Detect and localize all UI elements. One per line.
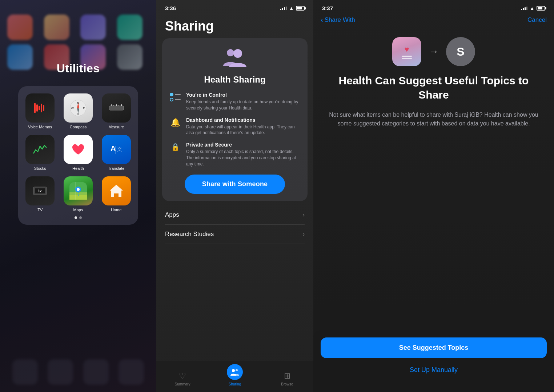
app-item-translate[interactable]: A 文 Translate <box>100 135 132 171</box>
tab-sharing[interactable]: Sharing <box>224 364 246 386</box>
feature-private-title: Private and Secure <box>186 142 300 148</box>
app-item-stocks[interactable]: Stocks <box>24 135 56 171</box>
svg-text:W: W <box>71 107 74 110</box>
panel3-main-title: Health Can Suggest Useful Topics to Shar… <box>313 73 554 102</box>
cancel-button[interactable]: Cancel <box>527 16 547 24</box>
dock-icon-2 <box>48 359 73 385</box>
feature-private-desc: Only a summary of each topic is shared, … <box>186 149 300 167</box>
svg-rect-12 <box>109 106 124 110</box>
bar1-3 <box>521 9 522 10</box>
translate-icon: A 文 <box>102 135 131 164</box>
bar1 <box>280 9 281 10</box>
dot-2 <box>79 216 82 219</box>
features-list: You're in Control Keep friends and famil… <box>169 92 300 167</box>
bell-icon: 🔔 <box>169 117 181 127</box>
health-sharing-card: Health Sharing <box>162 38 308 201</box>
arrow-right-icon: → <box>429 46 439 57</box>
svg-text:A: A <box>111 144 116 152</box>
bar3 <box>284 7 285 10</box>
signal-icon <box>280 7 287 10</box>
measure-label: Measure <box>108 125 124 129</box>
list-item-apps[interactable]: Apps › <box>165 205 305 225</box>
svg-point-32 <box>233 49 242 58</box>
feature-dashboard-title: Dashboard and Notifications <box>186 117 300 123</box>
tab-summary[interactable]: ♡ Summary <box>172 371 193 386</box>
home-label: Home <box>111 208 121 212</box>
bar3-3 <box>525 7 526 10</box>
app-item-compass[interactable]: N S W E Compass <box>62 93 95 129</box>
compass-icon: N S W E <box>64 93 93 123</box>
app-item-voice-memos[interactable]: Voice Memos <box>24 93 56 129</box>
svg-point-34 <box>236 369 238 371</box>
heart-symbol: ♥ <box>404 45 409 54</box>
apps-chevron: › <box>303 212 305 218</box>
home-icon <box>102 176 131 205</box>
bar2 <box>282 8 283 10</box>
browse-tab-label: Browse <box>281 382 293 386</box>
panel1-content: Utilities Voice Memos <box>0 0 156 392</box>
svg-rect-1 <box>36 104 38 112</box>
sharing-list: Apps › Research Studies › <box>156 205 313 244</box>
people-icon <box>220 47 249 70</box>
app-grid: Voice Memos N S W E <box>24 93 132 212</box>
stocks-icon <box>25 135 55 164</box>
summary-tab-icon: ♡ <box>179 371 186 381</box>
app-item-home[interactable]: Home <box>100 176 132 212</box>
panel-utilities: Utilities Voice Memos <box>0 0 156 392</box>
icons-row: ♥ → S <box>313 37 554 66</box>
app-item-tv[interactable]: tv TV <box>24 176 56 212</box>
maps-label: Maps <box>73 208 83 212</box>
contact-avatar: S <box>446 37 475 66</box>
health-line-2 <box>402 58 412 59</box>
svg-rect-3 <box>41 104 42 112</box>
avatar-letter: S <box>457 45 464 59</box>
dock-icon-4 <box>119 359 144 385</box>
app-item-maps[interactable]: Maps <box>62 176 95 212</box>
svg-text:文: 文 <box>117 146 122 152</box>
dot-1 <box>75 216 77 219</box>
control-icon <box>169 92 181 101</box>
battery-fill <box>297 7 302 9</box>
wifi-icon-3: ▲ <box>530 5 534 11</box>
back-chevron-icon: ‹ <box>321 16 323 24</box>
bar4-3 <box>526 7 527 10</box>
health-line-decoration <box>402 56 412 59</box>
panel3-navbar: ‹ Share With Cancel <box>313 14 554 28</box>
feature-dashboard-text: Dashboard and Notifications Data you sha… <box>186 117 300 136</box>
svg-point-33 <box>232 369 235 372</box>
feature-dashboard: 🔔 Dashboard and Notifications Data you s… <box>169 117 300 136</box>
see-suggested-topics-button[interactable]: See Suggested Topics <box>321 337 547 358</box>
voice-memos-icon <box>25 93 55 123</box>
health-sharing-title: Health Sharing <box>204 75 265 85</box>
set-up-manually-button[interactable]: Set Up Manually <box>321 363 547 377</box>
measure-icon <box>102 93 131 123</box>
svg-rect-0 <box>34 103 36 113</box>
back-button[interactable]: ‹ Share With <box>321 16 355 24</box>
health-label: Health <box>72 166 84 171</box>
folder-pagination <box>24 216 132 219</box>
list-item-research[interactable]: Research Studies › <box>165 225 305 244</box>
tv-label: TV <box>37 208 43 212</box>
statusbar-3: 3:37 ▲ <box>313 0 554 14</box>
feature-private-text: Private and Secure Only a summary of eac… <box>186 142 300 167</box>
svg-point-31 <box>227 49 234 56</box>
utilities-title: Utilities <box>57 62 100 75</box>
voice-memos-label: Voice Memos <box>28 125 52 129</box>
sharing-tab-icon-bg <box>227 364 243 380</box>
app-item-health[interactable]: Health <box>62 135 95 171</box>
bar2-3 <box>523 8 524 10</box>
share-with-someone-button[interactable]: Share with Someone <box>185 175 285 194</box>
maps-icon <box>64 176 93 205</box>
health-line-1 <box>402 56 412 57</box>
summary-tab-label: Summary <box>175 382 190 386</box>
panel-health-suggest: 3:37 ▲ ‹ Share With Cancel <box>313 0 554 392</box>
battery-fill-3 <box>538 7 542 9</box>
health-icon-inner: ♥ <box>402 45 412 59</box>
tab-browse[interactable]: ⊞ Browse <box>276 371 298 386</box>
svg-text:tv: tv <box>39 189 42 193</box>
apps-label: Apps <box>165 211 179 219</box>
feature-control-title: You're in Control <box>186 92 300 98</box>
app-item-measure[interactable]: Measure <box>100 93 132 129</box>
signal-icon-3 <box>521 7 527 10</box>
statusbar-time-3: 3:37 <box>322 5 333 11</box>
